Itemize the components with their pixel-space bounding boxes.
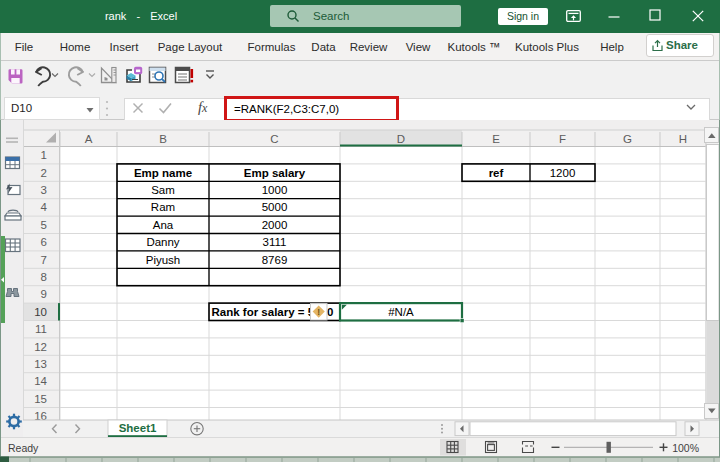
svg-text:13: 13 xyxy=(34,358,47,370)
svg-text:6: 6 xyxy=(41,236,47,248)
svg-text:Piyush: Piyush xyxy=(146,254,181,266)
svg-text:11: 11 xyxy=(35,323,47,335)
svg-text:E: E xyxy=(492,133,500,145)
svg-text:3111: 3111 xyxy=(263,236,287,248)
svg-text:#N/A: #N/A xyxy=(388,306,414,318)
svg-text:7: 7 xyxy=(41,254,47,266)
svg-text:3: 3 xyxy=(41,184,47,196)
svg-text:8769: 8769 xyxy=(262,254,288,266)
svg-text:Danny: Danny xyxy=(146,236,179,248)
svg-text:C: C xyxy=(270,133,278,145)
svg-text:5: 5 xyxy=(41,219,47,231)
svg-text:14: 14 xyxy=(34,375,47,387)
svg-text:15: 15 xyxy=(34,393,47,405)
svg-text:Ready: Ready xyxy=(8,442,39,454)
svg-text:ref: ref xyxy=(489,167,504,179)
svg-text:D: D xyxy=(397,133,405,145)
svg-text:Emp name: Emp name xyxy=(134,167,192,179)
svg-text:1000: 1000 xyxy=(262,184,288,196)
svg-text:1: 1 xyxy=(41,149,47,161)
svg-text:B: B xyxy=(159,133,167,145)
svg-text:5000: 5000 xyxy=(262,201,288,213)
svg-text:1200: 1200 xyxy=(550,167,576,179)
svg-text:Sheet1: Sheet1 xyxy=(119,422,157,434)
svg-text:H: H xyxy=(679,133,687,145)
svg-text:Ana: Ana xyxy=(153,219,174,231)
svg-text:2: 2 xyxy=(41,167,47,179)
svg-text:G: G xyxy=(623,133,632,145)
svg-text:Ram: Ram xyxy=(151,201,175,213)
svg-text:9: 9 xyxy=(41,288,47,300)
svg-text:!: ! xyxy=(317,307,320,317)
svg-text:100%: 100% xyxy=(672,442,699,454)
svg-text:Emp salary: Emp salary xyxy=(244,167,306,179)
svg-text:4: 4 xyxy=(41,201,48,213)
svg-text:Sam: Sam xyxy=(151,184,175,196)
svg-text:8: 8 xyxy=(41,271,47,283)
svg-text:10: 10 xyxy=(34,306,47,318)
svg-text:2000: 2000 xyxy=(262,219,288,231)
svg-text:F: F xyxy=(559,133,566,145)
svg-text:12: 12 xyxy=(34,341,47,353)
svg-text:A: A xyxy=(85,133,93,145)
